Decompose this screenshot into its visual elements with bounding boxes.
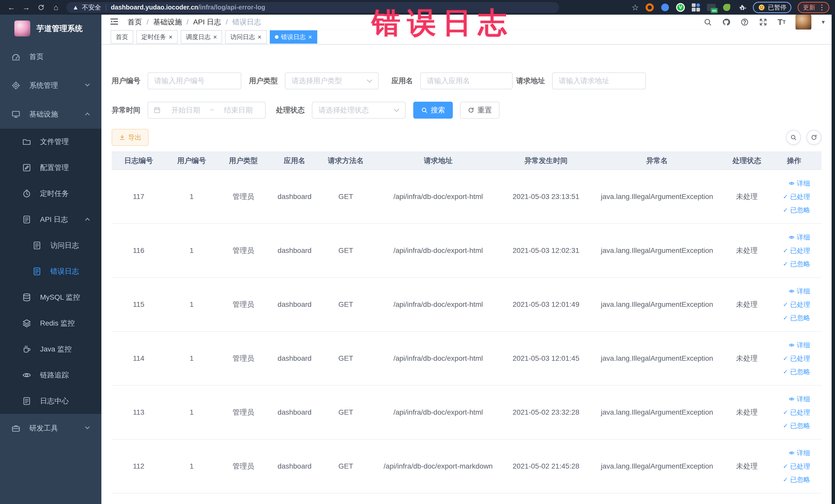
reload-icon[interactable]: [34, 2, 48, 13]
table-row: 1121管理员dashboardGET/api/infra/db-doc/exp…: [111, 439, 821, 493]
process-status-select[interactable]: 请选择处理状态: [312, 102, 406, 119]
sidebar-item-api-log[interactable]: API 日志: [0, 206, 101, 233]
sidebar-item-file[interactable]: 文件管理: [0, 129, 101, 155]
column-header: 请求地址: [371, 152, 505, 170]
bookmark-star-icon[interactable]: ☆: [631, 3, 639, 12]
close-icon[interactable]: ×: [169, 34, 172, 40]
sidebar-item-home[interactable]: 首页: [0, 42, 101, 71]
check-icon: ✓: [783, 476, 788, 483]
github-icon[interactable]: [721, 18, 731, 27]
back-icon[interactable]: ←: [5, 2, 18, 13]
sidebar-item-error-log[interactable]: 错误日志: [0, 258, 101, 284]
tab-调度日志[interactable]: 调度日志×: [181, 30, 222, 44]
sidebar-item-mysql[interactable]: MySQL 监控: [0, 284, 101, 310]
sidebar-item-job[interactable]: 定时任务: [0, 181, 101, 206]
table-header-row: 日志编号用户编号用户类型应用名请求方法名请求地址异常发生时间异常名处理状态操作: [111, 152, 821, 170]
forward-icon[interactable]: →: [20, 2, 33, 13]
action-已忽略[interactable]: ✓已忽略: [767, 257, 810, 270]
breadcrumb-item[interactable]: API 日志: [193, 17, 221, 27]
action-已忽略[interactable]: ✓已忽略: [767, 203, 810, 217]
action-已处理[interactable]: ✓已处理: [767, 298, 810, 311]
font-size-icon[interactable]: TT: [777, 18, 786, 27]
reset-button[interactable]: 重置: [460, 102, 500, 119]
sidebar-item-infra[interactable]: 基础设施: [0, 100, 101, 129]
app-logo[interactable]: 芋道管理系统: [0, 15, 101, 42]
sidebar-item-access-log[interactable]: 访问日志: [0, 233, 101, 258]
action-已处理[interactable]: ✓已处理: [767, 244, 810, 257]
cell-user-id: 1: [166, 385, 218, 439]
action-已忽略[interactable]: ✓已忽略: [767, 419, 810, 432]
sidebar-item-trace[interactable]: 链路追踪: [0, 362, 101, 388]
extension-shield-icon[interactable]: [660, 3, 670, 12]
cell-url: /api/infra/db-doc/export-html: [371, 385, 505, 439]
extension-switch-icon[interactable]: on: [707, 3, 716, 12]
cell-method: GET: [320, 439, 371, 493]
extension-adblock-icon[interactable]: [645, 3, 654, 12]
close-icon[interactable]: ×: [308, 34, 312, 40]
search-icon[interactable]: [703, 18, 712, 27]
cell-method: GET: [320, 385, 371, 439]
action-详细[interactable]: 详细: [767, 177, 810, 190]
sidebar-item-log-center[interactable]: 日志中心: [0, 388, 101, 414]
sidebar-item-config[interactable]: 配置管理: [0, 155, 101, 181]
sidebar-item-dev-tools[interactable]: 研发工具: [0, 414, 101, 443]
sidebar-item-label: 系统管理: [29, 81, 58, 90]
date-range-separator: ~: [207, 106, 217, 114]
extension-leaf-icon[interactable]: [722, 3, 731, 12]
action-详细[interactable]: 详细: [767, 338, 810, 352]
user-id-input[interactable]: [148, 73, 241, 89]
collapse-sidebar-icon[interactable]: [109, 17, 120, 27]
request-url-input[interactable]: [552, 73, 646, 89]
sidebar-item-system[interactable]: 系统管理: [0, 71, 101, 100]
action-详细[interactable]: 详细: [767, 392, 810, 406]
address-bar[interactable]: ▲ 不安全 dashboard.yudao.iocoder.cn/infra/l…: [66, 2, 559, 13]
action-详细[interactable]: 详细: [767, 446, 810, 460]
action-详细[interactable]: 详细: [767, 230, 810, 244]
refresh-table-button[interactable]: [807, 130, 821, 145]
tab-错误日志[interactable]: 错误日志×: [270, 30, 317, 44]
extension-proxy-grid-icon[interactable]: [691, 3, 700, 12]
close-icon[interactable]: ×: [258, 34, 261, 40]
sidebar-item-label: 错误日志: [50, 266, 79, 276]
tab-首页[interactable]: 首页: [110, 30, 133, 44]
sidebar-item-redis[interactable]: Redis 监控: [0, 310, 101, 336]
column-header: 处理状态: [727, 152, 767, 170]
cell-actions: 详细✓已处理✓已忽略: [767, 439, 821, 493]
tab-定时任务[interactable]: 定时任务×: [136, 30, 178, 44]
export-button[interactable]: 导出: [111, 129, 149, 146]
extension-vue-devtools-icon[interactable]: V: [676, 3, 685, 12]
app-frame: 芋道管理系统 首页系统管理基础设施文件管理配置管理定时任务API 日志访问日志错…: [0, 15, 835, 504]
user-type-select[interactable]: 请选择用户类型: [285, 73, 379, 89]
action-已忽略[interactable]: ✓已忽略: [767, 473, 810, 486]
exception-time-range-picker[interactable]: 开始日期 ~ 结束日期: [148, 102, 266, 119]
dashboard-icon: [11, 52, 21, 61]
breadcrumb-item[interactable]: 首页: [127, 17, 142, 27]
tab-访问日志[interactable]: 访问日志×: [225, 30, 266, 44]
browser-menu-icon[interactable]: ⋮: [818, 3, 826, 12]
action-已处理[interactable]: ✓已处理: [767, 352, 810, 365]
extensions-puzzle-icon[interactable]: [737, 3, 747, 12]
sidebar-item-java[interactable]: Java 监控: [0, 336, 101, 362]
breadcrumb-item[interactable]: 基础设施: [153, 17, 182, 27]
paused-chip[interactable]: 已暂停: [753, 2, 791, 13]
action-已处理[interactable]: ✓已处理: [767, 460, 810, 473]
cell-time: 2021-05-02 23:32:28: [505, 385, 587, 439]
search-button[interactable]: 搜索: [413, 102, 453, 119]
browser-update-button[interactable]: 更新 ⋮: [797, 2, 829, 13]
action-已忽略[interactable]: ✓已忽略: [767, 311, 810, 324]
home-icon[interactable]: ⌂: [49, 2, 63, 13]
close-icon[interactable]: ×: [213, 34, 217, 40]
toggle-search-button[interactable]: [786, 130, 801, 145]
help-icon[interactable]: [740, 18, 749, 27]
avatar[interactable]: [795, 14, 811, 30]
tab-label: 调度日志: [186, 33, 210, 41]
action-已处理[interactable]: ✓已处理: [767, 190, 810, 203]
fullscreen-icon[interactable]: [758, 18, 768, 27]
app-name-input[interactable]: [420, 73, 513, 89]
action-已处理[interactable]: ✓已处理: [767, 406, 810, 419]
action-详细[interactable]: 详细: [767, 284, 810, 298]
window-scrollbar-strip[interactable]: [831, 15, 835, 504]
cell-exception: java.lang.IllegalArgumentException: [587, 224, 727, 278]
avatar-caret-icon[interactable]: ▼: [821, 19, 826, 25]
action-已忽略[interactable]: ✓已忽略: [767, 365, 810, 379]
